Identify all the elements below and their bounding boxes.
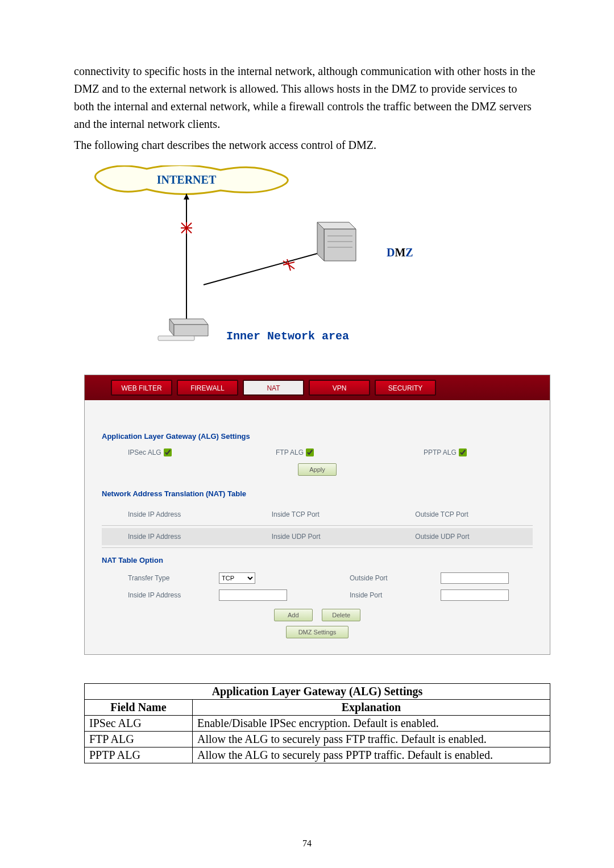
outside-port-input[interactable] <box>441 572 509 584</box>
inside-ip-input[interactable] <box>219 589 287 601</box>
alg-ipsec-checkbox[interactable] <box>164 448 172 456</box>
config-panel: WEB FILTER FIREWALL NAT VPN SECURITY App… <box>84 375 550 655</box>
nat-col-inside-tcp: Inside TCP Port <box>246 506 389 523</box>
exp-row-pptp-expl: Allow the ALG to securely pass PPTP traf… <box>193 747 550 763</box>
router-icon <box>158 319 208 340</box>
exp-row-ftp-expl: Allow the ALG to securely pass FTP traff… <box>193 732 550 747</box>
nat-row2-inside-ip: Inside IP Address <box>102 528 246 545</box>
explanation-table: Application Layer Gateway (ALG) Settings… <box>84 683 550 763</box>
nat-option-title: NAT Table Option <box>102 556 533 564</box>
page-number: 74 <box>0 838 614 849</box>
tab-vpn[interactable]: VPN <box>309 380 370 396</box>
exp-row-ftp-field: FTP ALG <box>85 732 193 747</box>
tab-firewall[interactable]: FIREWALL <box>177 380 238 396</box>
exp-col-explanation: Explanation <box>193 700 550 716</box>
network-diagram-svg: INTERNET <box>84 165 414 353</box>
alg-pptp-label: PPTP ALG <box>424 448 457 456</box>
transfer-type-label: Transfer Type <box>128 574 202 582</box>
nat-section-title: Network Address Translation (NAT) Table <box>102 489 533 498</box>
alg-ftp-checkbox[interactable] <box>306 448 314 456</box>
tab-nat[interactable]: NAT <box>243 380 304 396</box>
add-button[interactable]: Add <box>274 609 313 621</box>
tab-security[interactable]: SECURITY <box>375 380 436 396</box>
nat-row2-inside-udp: Inside UDP Port <box>246 528 389 545</box>
apply-button[interactable]: Apply <box>298 463 337 476</box>
exp-row-ipsec-expl: Enable/Disable IPSec encryption. Default… <box>193 716 550 732</box>
delete-button[interactable]: Delete <box>322 609 360 621</box>
nat-table: Inside IP Address Inside TCP Port Outsid… <box>102 506 533 545</box>
transfer-type-select[interactable]: TCP <box>219 572 255 584</box>
internet-label: INTERNET <box>157 173 217 186</box>
intro-paragraph-1: connectivity to specific hosts in the in… <box>74 63 540 133</box>
nat-row2-outside-udp: Outside UDP Port <box>389 528 533 545</box>
outside-port-label: Outside Port <box>350 574 424 582</box>
inner-network-label: Inner Network area <box>226 330 349 343</box>
exp-row-pptp-field: PPTP ALG <box>85 747 193 763</box>
tab-web-filter[interactable]: WEB FILTER <box>111 380 172 396</box>
tabs-bar: WEB FILTER FIREWALL NAT VPN SECURITY <box>85 375 550 400</box>
alg-pptp-checkbox[interactable] <box>459 448 467 456</box>
inside-port-input[interactable] <box>441 589 509 601</box>
dmz-server-icon <box>317 222 356 261</box>
exp-row-ipsec-field: IPSec ALG <box>85 716 193 732</box>
intro-paragraph-2: The following chart describes the networ… <box>74 136 540 154</box>
nat-col-outside-tcp: Outside TCP Port <box>389 506 533 523</box>
alg-ftp-label: FTP ALG <box>276 448 304 456</box>
svg-rect-7 <box>158 336 194 340</box>
nat-col-inside-ip: Inside IP Address <box>102 506 246 523</box>
exp-table-title: Application Layer Gateway (ALG) Settings <box>85 684 550 700</box>
inside-ip-label: Inside IP Address <box>128 591 202 599</box>
inside-port-label: Inside Port <box>350 591 424 599</box>
dmz-area-label: DMZ area <box>387 246 414 259</box>
alg-section-title: Application Layer Gateway (ALG) Settings <box>102 432 533 441</box>
dmz-settings-button[interactable]: DMZ Settings <box>286 626 349 638</box>
exp-col-field: Field Name <box>85 700 193 716</box>
dmz-diagram: INTERNET <box>84 165 540 355</box>
alg-ipsec-label: IPSec ALG <box>128 448 161 456</box>
svg-line-8 <box>204 254 317 285</box>
